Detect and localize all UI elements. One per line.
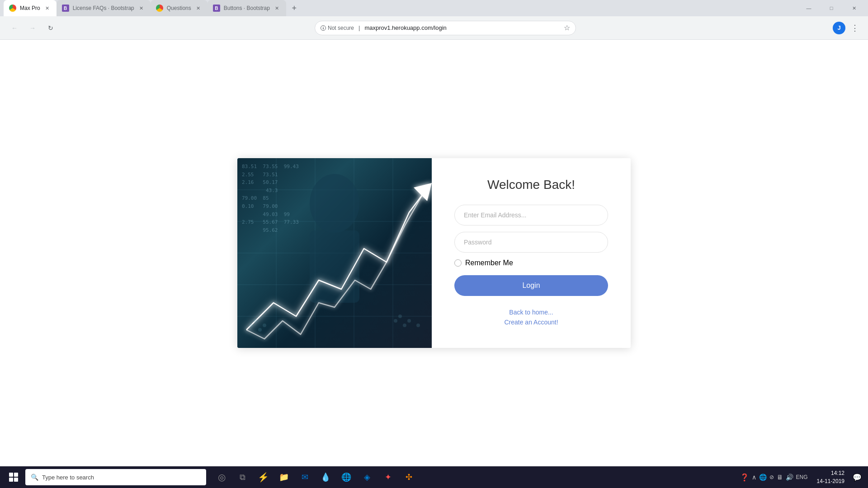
file-explorer-icon[interactable]: 📁	[274, 467, 294, 487]
back-to-home-link[interactable]: Back to home...	[509, 309, 553, 316]
forward-button[interactable]: →	[25, 21, 40, 35]
login-button[interactable]: Login	[454, 275, 608, 296]
finance-background: 83.51 73.55 99.43 2.55 73.51 2.16 50.17 …	[237, 158, 432, 348]
page-content: 83.51 73.55 99.43 2.55 73.51 2.16 50.17 …	[0, 40, 868, 466]
vscode-icon[interactable]: ◈	[357, 467, 377, 487]
display-icon[interactable]: 🖥	[777, 474, 783, 481]
tab-bootstrap-license[interactable]: B License FAQs · Bootstrap ✕	[57, 0, 151, 16]
welcome-title: Welcome Back!	[487, 178, 575, 192]
chrome-menu-button[interactable]: ⋮	[849, 21, 861, 35]
task-view-icon[interactable]: ⧉	[232, 467, 252, 487]
email-input[interactable]	[454, 205, 608, 225]
create-account-link[interactable]: Create an Account!	[504, 319, 558, 326]
window-controls: — □ ✕	[798, 1, 864, 15]
system-tray: ❓ ∧ 🌐 ⊘ 🖥 🔊 ENG	[736, 473, 811, 482]
crossed-icon[interactable]: ⊘	[769, 474, 774, 480]
start-button[interactable]	[4, 467, 24, 487]
system-clock[interactable]: 14:12 14-11-2019	[813, 469, 848, 485]
tab-max-pro[interactable]: Max Pro ✕	[4, 0, 57, 16]
svg-point-15	[249, 324, 253, 327]
profile-button[interactable]: J	[833, 22, 845, 34]
secure-label: Not secure	[328, 25, 354, 31]
tab-questions[interactable]: Questions ✕	[151, 0, 208, 16]
title-bar: Max Pro ✕ B License FAQs · Bootstrap ✕ Q…	[0, 0, 868, 16]
tab-label: Buttons · Bootstrap	[224, 5, 270, 11]
svg-point-21	[398, 314, 402, 318]
login-hero-image: 83.51 73.55 99.43 2.55 73.51 2.16 50.17 …	[237, 158, 432, 348]
svg-point-17	[254, 319, 257, 323]
chrome-taskbar-icon[interactable]: 🌐	[336, 467, 356, 487]
winamp-icon[interactable]: ⚡	[253, 467, 273, 487]
clock-date: 14-11-2019	[817, 477, 844, 485]
reload-button[interactable]: ↻	[43, 21, 58, 35]
svg-point-22	[407, 319, 411, 323]
bookmark-button[interactable]: ☆	[564, 23, 570, 32]
svg-point-20	[403, 324, 406, 327]
tab-close-btn[interactable]: ✕	[44, 5, 51, 12]
network-icon[interactable]: 🌐	[759, 474, 767, 481]
new-tab-button[interactable]: +	[288, 2, 301, 14]
svg-point-23	[416, 324, 420, 327]
svg-marker-14	[414, 183, 432, 201]
tab-label: Max Pro	[20, 5, 40, 11]
clock-time: 14:12	[817, 469, 844, 477]
tab-close-btn[interactable]: ✕	[195, 5, 202, 12]
remember-me-label[interactable]: Remember Me	[454, 259, 608, 267]
svg-point-18	[263, 324, 266, 327]
login-form-panel: Welcome Back! Remember Me Login Back to …	[432, 158, 631, 348]
language-label: ENG	[796, 474, 808, 480]
remember-me-text: Remember Me	[465, 259, 513, 267]
url-bar[interactable]: Not secure | maxprov1.herokuapp.com/logi…	[315, 21, 576, 35]
tab-bootstrap-buttons[interactable]: B Buttons · Bootstrap ✕	[208, 0, 286, 16]
svg-rect-13	[310, 230, 359, 303]
tab-label: Questions	[167, 5, 191, 11]
taskbar-pinned-icons: ◎ ⧉ ⚡ 📁 ✉ 💧 🌐 ◈ ✦ ✣	[212, 467, 419, 487]
tab-close-btn[interactable]: ✕	[274, 5, 281, 12]
search-icon: 🔍	[31, 474, 38, 481]
url-actions: ☆	[564, 23, 570, 32]
password-input[interactable]	[454, 232, 608, 253]
figma-icon[interactable]: ✦	[378, 467, 398, 487]
browser-window: Max Pro ✕ B License FAQs · Bootstrap ✕ Q…	[0, 0, 868, 488]
chevron-up-icon[interactable]: ∧	[752, 474, 756, 481]
mail-icon[interactable]: ✉	[295, 467, 315, 487]
svg-point-2	[323, 26, 324, 27]
svg-point-16	[258, 328, 262, 332]
security-indicator: Not secure	[321, 25, 354, 31]
minimize-button[interactable]: —	[798, 1, 819, 15]
svg-point-12	[310, 174, 359, 233]
dropbox-icon[interactable]: 💧	[316, 467, 335, 487]
url-separator: |	[359, 24, 360, 31]
chrome-favicon	[156, 5, 163, 12]
taskbar-search[interactable]: 🔍 Type here to search	[25, 469, 206, 485]
address-bar: ← → ↻ Not secure | maxprov1.herokuapp.co…	[0, 16, 868, 40]
app9-icon[interactable]: ✣	[399, 467, 419, 487]
remember-me-checkbox[interactable]	[454, 259, 462, 267]
volume-icon[interactable]: 🔊	[786, 474, 793, 481]
notification-icon: 💬	[853, 473, 862, 482]
bootstrap-favicon: B	[213, 5, 220, 12]
windows-icon	[9, 473, 18, 482]
close-button[interactable]: ✕	[844, 1, 864, 15]
login-card: 83.51 73.55 99.43 2.55 73.51 2.16 50.17 …	[237, 158, 631, 348]
cortana-icon[interactable]: ◎	[212, 467, 231, 487]
url-text: maxprov1.herokuapp.com/login	[364, 24, 446, 31]
tab-close-btn[interactable]: ✕	[138, 5, 145, 12]
bootstrap-favicon: B	[62, 5, 69, 12]
svg-point-19	[394, 319, 397, 323]
question-tray-icon[interactable]: ❓	[740, 473, 749, 482]
notification-button[interactable]: 💬	[850, 470, 864, 484]
taskbar: 🔍 Type here to search ◎ ⧉ ⚡ 📁 ✉ 💧 🌐 ◈ ✦ …	[0, 466, 868, 488]
search-placeholder: Type here to search	[42, 474, 94, 481]
tab-label: License FAQs · Bootstrap	[73, 5, 134, 11]
maximize-button[interactable]: □	[821, 1, 842, 15]
chrome-favicon	[9, 5, 16, 12]
back-button[interactable]: ←	[7, 21, 22, 35]
